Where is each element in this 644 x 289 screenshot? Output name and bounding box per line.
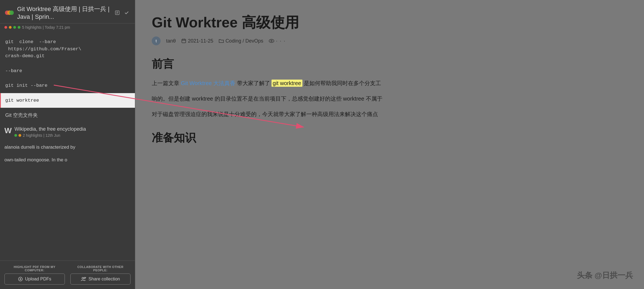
- article-meta: t tanθ 2021-11-25 Coding / DevOps · · ·: [152, 36, 627, 45]
- wiki-highlights-bar: 2 highlights | 12th Jun: [14, 133, 131, 138]
- svg-rect-13: [182, 39, 186, 43]
- sidebar-item-init[interactable]: git init --bare: [0, 78, 135, 93]
- sidebar-footer: HIGHLIGHT PDF FROM MY COMPUTER: Upload P…: [0, 261, 135, 289]
- highlights-count: 5 highlights | Today 7:21 pm: [22, 25, 70, 30]
- sidebar-title: Git Worktree 高级使用 | 日拱一兵 | Java | Sprin.…: [17, 5, 111, 20]
- sidebar-item-bare[interactable]: --bare: [0, 64, 135, 78]
- author-avatar: t: [152, 36, 161, 45]
- folder-icon: [219, 39, 224, 43]
- article-title: Git Worktree 高级使用: [152, 14, 627, 31]
- sidebar-item-alanoia[interactable]: alanoia durrelli is characterized by: [0, 141, 135, 154]
- header-actions: [113, 9, 131, 17]
- svg-point-18: [271, 40, 272, 42]
- sidebar-item-clone[interactable]: git clone --bare https://github.com/Fras…: [0, 35, 135, 64]
- calendar-icon: [181, 38, 186, 43]
- check-icon[interactable]: [123, 9, 131, 17]
- footer-share-label: COLLABORATE WITH OTHER PEOPLE:: [70, 265, 131, 272]
- wikipedia-icon: W: [4, 127, 12, 135]
- sidebar-item-own-tailed[interactable]: own-tailed mongoose. In the o: [0, 154, 135, 166]
- sidebar-item-git-empty[interactable]: Git 空壳文件夹: [0, 108, 135, 123]
- svg-point-2: [9, 10, 14, 15]
- article-body-p3: 对于磁盘管理强迫症的我来说是十分难受的，今天就带大家了解一种高级用法来解决这个痛…: [152, 109, 627, 119]
- wiki-highlights-text: 2 highlights | 12th Jun: [23, 133, 60, 138]
- footer-share-col: COLLABORATE WITH OTHER PEOPLE: Share col…: [70, 265, 131, 285]
- article-link[interactable]: Git Worktree 大法真香: [181, 80, 235, 86]
- article-icon: [4, 8, 14, 18]
- dot-green1: [13, 26, 16, 29]
- article-body-p2: 响的。但是创建 worktree 的目录位置不是在当前项目下，总感觉创建好的这些…: [152, 94, 627, 104]
- article-view: · · ·: [269, 38, 286, 44]
- main-content: Git Worktree 高级使用 t tanθ 2021-11-25 Codi…: [135, 0, 644, 289]
- dot-red: [4, 26, 7, 29]
- highlights-bar: 5 highlights | Today 7:21 pm: [0, 23, 135, 32]
- sidebar-item-wikipedia[interactable]: W Wikipedia, the free encyclopedia 2 hig…: [0, 123, 135, 141]
- author-name: tanθ: [166, 38, 176, 44]
- footer-upload-col: HIGHLIGHT PDF FROM MY COMPUTER: Upload P…: [4, 265, 65, 285]
- watermark: 头条 @日拱一兵: [577, 270, 633, 281]
- upload-pdfs-button[interactable]: Upload PDFs: [4, 274, 65, 285]
- upload-icon: [18, 277, 23, 282]
- footer-upload-label: HIGHLIGHT PDF FROM MY COMPUTER:: [4, 265, 65, 272]
- people-icon: [81, 277, 86, 281]
- svg-point-10: [84, 277, 85, 279]
- edit-icon[interactable]: [113, 9, 121, 17]
- section1-title: 前言: [152, 56, 627, 72]
- sidebar-header[interactable]: Git Worktree 高级使用 | 日拱一兵 | Java | Sprin.…: [0, 0, 135, 23]
- eye-icon: [269, 39, 274, 43]
- svg-point-17: [269, 39, 274, 43]
- highlight-git-worktree: git worktree: [272, 80, 302, 87]
- section2-title: 准备知识: [152, 130, 627, 145]
- article-category: Coding / DevOps: [219, 38, 263, 44]
- dot-orange: [9, 26, 12, 29]
- sidebar-content: git clone --bare https://github.com/Fras…: [0, 32, 135, 261]
- article-body-p1: 上一篇文章 Git Worktree 大法真香 带大家了解了 git workt…: [152, 78, 627, 88]
- share-collection-button[interactable]: Share collection: [70, 274, 131, 285]
- sidebar: Git Worktree 高级使用 | 日拱一兵 | Java | Sprin.…: [0, 0, 135, 289]
- wikipedia-info: Wikipedia, the free encyclopedia 2 highl…: [14, 126, 131, 138]
- dot-green2: [18, 26, 20, 29]
- article-date: 2021-11-25: [181, 38, 213, 44]
- wiki-dot-orange: [18, 134, 21, 137]
- svg-point-9: [82, 277, 84, 279]
- sidebar-item-worktree[interactable]: git worktree: [0, 93, 135, 108]
- wiki-dot-green: [14, 134, 17, 137]
